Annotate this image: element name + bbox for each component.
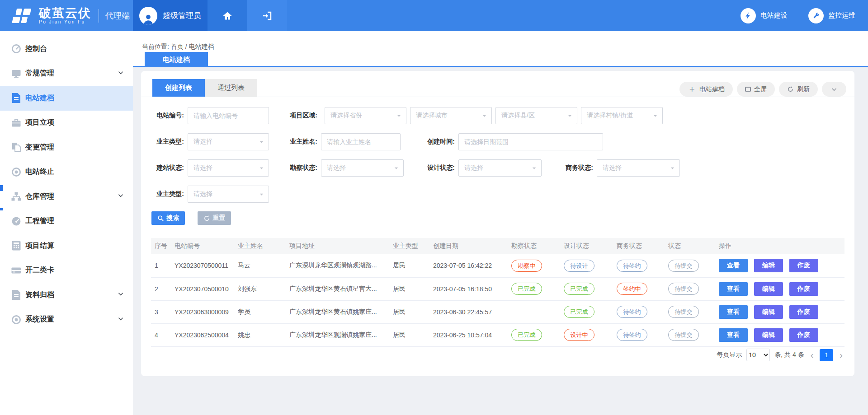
target-icon [11, 167, 22, 177]
breadcrumb-current: 电站建档 [189, 43, 214, 50]
add-station-button[interactable]: ＋ 电站建档 [679, 82, 733, 97]
sidebar-item-change-mgmt[interactable]: 变更管理 [0, 135, 133, 160]
city-placeholder: 请选择城市 [416, 112, 448, 120]
col-create-date: 创建日期 [429, 238, 508, 254]
fullscreen-label: 全屏 [754, 85, 767, 93]
filter-label-owner-name: 业主姓名: [281, 138, 317, 146]
page-tab-station-archive[interactable]: 电站建档 [145, 52, 208, 67]
fullscreen-button[interactable]: 全屏 [737, 82, 775, 97]
build-status-select[interactable]: 请选择 [188, 159, 269, 177]
owner-name-input[interactable] [321, 133, 401, 150]
filter-label-survey-status: 勘察状态: [281, 164, 317, 172]
cell-address: 广东深圳龙华区黄石镇姚家庄... [286, 300, 389, 323]
cell-owner: 刘强东 [234, 277, 286, 300]
search-button[interactable]: 搜索 [151, 211, 185, 225]
cell-create-date: 2023-06-30 22:45:57 [429, 300, 508, 323]
filter-label-owner-type: 业主类型: [148, 138, 184, 146]
document-icon [11, 289, 22, 300]
void-button[interactable]: 作废 [789, 259, 818, 272]
date-range-input[interactable] [458, 133, 603, 150]
station-no-input[interactable] [188, 107, 269, 124]
tab-create-list[interactable]: 创建列表 [152, 79, 205, 97]
caret-down-icon [482, 113, 487, 118]
sidebar-scrollbar-mark[interactable] [0, 185, 3, 191]
business-status-select[interactable]: 请选择 [597, 159, 680, 177]
sidebar-item-station-terminate[interactable]: 电站终止 [0, 160, 133, 185]
cell-owner-type: 居民 [389, 254, 429, 277]
logout-button[interactable] [247, 0, 287, 31]
town-select[interactable]: 请选择村镇/街道 [581, 107, 663, 124]
owner-type-select[interactable]: 请选择 [188, 133, 269, 150]
col-status: 状态 [665, 238, 715, 254]
sidebar-scrollbar-mark[interactable] [0, 208, 3, 210]
sidebar-item-warehouse-mgmt[interactable]: 仓库管理 [0, 184, 133, 209]
sidebar-item-project-initiation[interactable]: 项目立项 [0, 111, 133, 135]
per-page-select[interactable]: 10 [746, 349, 770, 361]
nav-monitor-ops[interactable]: 监控运维 [808, 8, 855, 23]
avatar [139, 7, 157, 25]
nav-monitor-ops-label: 监控运维 [828, 11, 855, 20]
view-button[interactable]: 查看 [719, 282, 748, 296]
view-button[interactable]: 查看 [719, 328, 748, 342]
next-page-button[interactable]: › [838, 350, 844, 360]
sidebar-item-general-mgmt[interactable]: 常规管理 [0, 61, 133, 86]
add-station-label: 电站建档 [699, 85, 725, 93]
county-select[interactable]: 请选择县/区 [495, 107, 577, 124]
province-placeholder: 请选择省份 [330, 112, 362, 120]
prev-page-button[interactable]: ‹ [809, 350, 816, 360]
sidebar-item-system-settings[interactable]: 系统设置 [0, 308, 133, 332]
nav-station-build[interactable]: 电站建设 [741, 8, 788, 23]
col-owner: 业主姓名 [234, 238, 286, 254]
sidebar-item-engineering-mgmt[interactable]: 工程管理 [0, 209, 133, 234]
owner-type2-select[interactable]: 请选择 [188, 186, 269, 203]
pagination: 每页显示 10 条, 共 4 条 ‹ 1 › [717, 349, 844, 361]
cell-owner-type: 居民 [389, 300, 429, 323]
page-1-button[interactable]: 1 [820, 349, 833, 361]
sidebar-item-label: 开二类卡 [25, 266, 54, 275]
view-button[interactable]: 查看 [719, 305, 748, 319]
sidebar-item-open-type2-card[interactable]: 开二类卡 [0, 258, 133, 283]
void-button[interactable]: 作废 [789, 305, 818, 319]
owner-type-placeholder: 请选择 [193, 138, 212, 146]
breadcrumb-home[interactable]: 首页 [171, 43, 184, 50]
list-tabs: 创建列表 通过列表 [152, 79, 257, 97]
tab-passed-list[interactable]: 通过列表 [205, 79, 257, 97]
breadcrumb-separator: / [185, 43, 187, 50]
collapse-button[interactable] [822, 82, 846, 97]
sidebar-item-station-archive[interactable]: 电站建档 [0, 86, 133, 111]
tab-underline [133, 66, 868, 67]
refresh-button[interactable]: 刷新 [779, 82, 818, 97]
cell-owner-type: 居民 [389, 323, 429, 346]
user-menu[interactable]: 超级管理员 [133, 0, 208, 31]
logo-title: 破茧云伏 [39, 7, 91, 19]
col-design-status: 设计状态 [560, 238, 613, 254]
city-select[interactable]: 请选择城市 [410, 107, 492, 124]
void-button[interactable]: 作废 [789, 328, 818, 342]
search-icon [157, 215, 164, 222]
caret-down-icon [259, 166, 264, 171]
sidebar-item-dashboard[interactable]: 控制台 [0, 37, 133, 61]
chevron-down-icon [118, 70, 124, 78]
edit-button[interactable]: 编辑 [754, 259, 783, 272]
sidebar-item-data-archive[interactable]: 资料归档 [0, 283, 133, 308]
survey-status-select[interactable]: 请选择 [321, 159, 404, 177]
reset-button[interactable]: 重置 [198, 211, 231, 225]
design-status-badge: 已完成 [564, 283, 594, 295]
view-button[interactable]: 查看 [719, 259, 748, 272]
refresh-icon [787, 86, 794, 93]
edit-button[interactable]: 编辑 [754, 305, 783, 319]
sidebar-item-project-settlement[interactable]: 项目结算 [0, 233, 133, 258]
sidebar-item-label: 变更管理 [25, 143, 54, 152]
dashboard-icon [11, 43, 22, 54]
province-select[interactable]: 请选择省份 [325, 107, 406, 124]
cell-index: 4 [151, 323, 171, 346]
survey-status-badge: 勘察中 [511, 260, 542, 272]
design-status-select[interactable]: 请选择 [458, 159, 542, 177]
cell-survey-empty [508, 300, 560, 323]
sidebar: 控制台 常规管理 电站建档 项目立项 变更管理 电站终止 [0, 31, 133, 415]
void-button[interactable]: 作废 [789, 282, 818, 296]
edit-button[interactable]: 编辑 [754, 328, 783, 342]
cell-address: 广东深圳龙华区观澜镇观湖路... [286, 254, 389, 277]
home-button[interactable] [208, 0, 247, 31]
edit-button[interactable]: 编辑 [754, 282, 783, 296]
